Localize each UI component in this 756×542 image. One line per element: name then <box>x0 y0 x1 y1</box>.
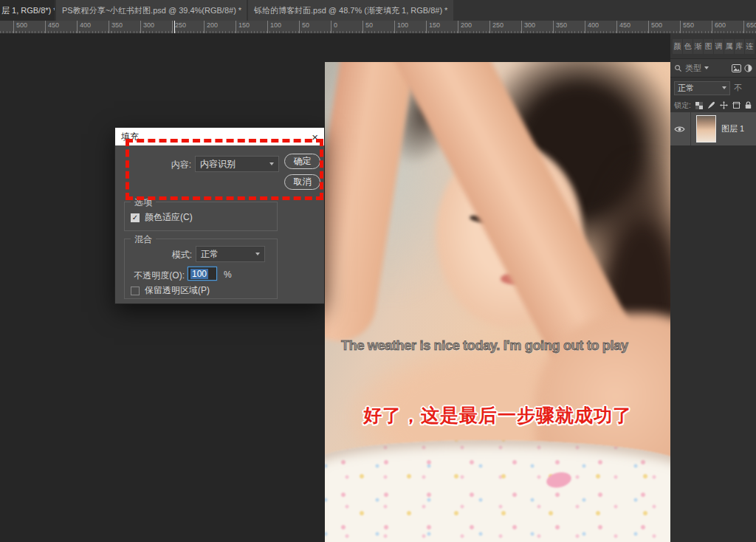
chevron-down-icon <box>269 162 274 165</box>
panel-empty-area <box>670 145 756 542</box>
lock-position-move-icon[interactable] <box>720 101 728 109</box>
chevron-down-icon <box>255 253 260 255</box>
ruler-tick: 300 <box>140 21 141 33</box>
chevron-down-icon <box>722 86 726 89</box>
adjustment-filter-icon[interactable] <box>744 64 752 72</box>
canvas-caption-text: 好了，这是最后一步骤就成功了 <box>325 403 670 428</box>
ruler-tick: 600 <box>712 21 712 33</box>
color-adaptation-row: ✓ 颜色适应(C) <box>131 211 193 224</box>
close-icon[interactable]: × <box>312 131 318 143</box>
tab-label: 层 1, RGB/8*) * <box>1 5 55 16</box>
ruler-tick: 400 <box>585 21 585 33</box>
layer-visibility-eye-icon[interactable] <box>674 126 685 133</box>
mode-select-value: 正常 <box>201 248 219 261</box>
dialog-body: 内容: 内容识别 确定 取消 选项 ✓ 颜色适应(C) 混合 模式: 正常 <box>115 145 324 305</box>
photo-floral-dress <box>325 440 670 542</box>
filter-type-dropdown[interactable]: 类型 <box>685 63 701 74</box>
ruler-tick: 350 <box>553 21 554 33</box>
panel-tab[interactable]: 属 <box>724 39 734 54</box>
ruler-tick: 250 <box>172 21 173 33</box>
lock-pixels-brush-icon[interactable] <box>707 101 715 109</box>
lock-transparency-icon[interactable] <box>695 102 703 109</box>
ruler-tick: 150 <box>236 21 236 33</box>
panel-tab[interactable]: 颜 <box>673 39 682 54</box>
color-adaptation-label: 颜色适应(C) <box>145 211 193 224</box>
blend-mode-value: 正常 <box>678 83 694 94</box>
panel-tab[interactable]: 调 <box>714 39 724 54</box>
tab-label: 铄给的博客封面.psd @ 48.7% (渐变填充 1, RGB/8#) * <box>254 5 447 16</box>
opacity-label-truncated: 不 <box>734 83 742 94</box>
panel-tab[interactable]: 色 <box>683 39 693 54</box>
options-group: 选项 ✓ 颜色适应(C) <box>124 202 278 231</box>
chevron-down-icon <box>704 66 709 69</box>
dialog-title: 填充 <box>121 131 139 143</box>
lock-artboard-icon[interactable] <box>732 101 740 109</box>
document-tab-bar: 层 1, RGB/8*) * × PS教程分享~小红书封图.psd @ 39.4… <box>0 0 756 21</box>
mode-label: 模式: <box>125 249 192 261</box>
divider <box>690 112 691 145</box>
pixel-filter-icon[interactable] <box>732 64 741 72</box>
layer-filter-row: 类型 <box>670 58 756 78</box>
blend-mode-row: 正常 不 <box>670 79 756 97</box>
ruler-tick: 550 <box>680 21 681 33</box>
ruler-tick: 0 <box>331 21 331 33</box>
horizontal-ruler[interactable]: 5004504003503002502001501005005010015020… <box>0 21 756 34</box>
ruler-tick: 100 <box>394 21 395 33</box>
opacity-label: 不透明度(O): <box>125 270 185 282</box>
ruler-tick: 400 <box>77 21 78 33</box>
preserve-transparency-row: ✓ 保留透明区域(P) <box>131 284 210 297</box>
panel-tab[interactable]: 库 <box>735 39 744 54</box>
document-tab-3[interactable]: 铄给的博客封面.psd @ 48.7% (渐变填充 1, RGB/8#) * × <box>248 0 453 21</box>
ruler-tick: 500 <box>13 21 14 33</box>
panel-tab[interactable]: 图 <box>704 39 713 54</box>
ruler-tick: 100 <box>267 21 268 33</box>
opacity-input[interactable]: 100 <box>188 267 217 281</box>
layer-row[interactable]: 图层 1 <box>670 112 756 145</box>
options-group-label: 选项 <box>131 196 156 209</box>
ruler-tick: 450 <box>616 21 617 33</box>
ruler-tick: 650 <box>743 21 744 33</box>
layers-panel: 颜色渐图调属库连 类型 正常 不 锁定: <box>670 33 756 542</box>
ruler-tick: 50 <box>362 21 363 33</box>
blend-mode-select[interactable]: 正常 <box>674 81 730 95</box>
lock-all-icon[interactable] <box>745 101 752 109</box>
blending-group-label: 混合 <box>131 233 156 246</box>
ruler-tick: 500 <box>648 21 649 33</box>
tab-close-icon[interactable]: × <box>453 6 453 16</box>
dialog-titlebar[interactable]: 填充 × <box>115 128 324 145</box>
ruler-tick: 300 <box>521 21 522 33</box>
opacity-unit: % <box>224 270 232 280</box>
document-tab-1[interactable]: 层 1, RGB/8*) * × <box>0 0 55 21</box>
lock-label: 锁定: <box>674 100 691 111</box>
preserve-transparency-checkbox[interactable]: ✓ <box>131 287 140 295</box>
panel-tab[interactable]: 连 <box>745 39 755 54</box>
document-tab-2[interactable]: PS教程分享~小红书封图.psd @ 39.4%(RGB/8#) * × <box>56 0 247 21</box>
ruler-tick: 150 <box>426 21 427 33</box>
cancel-button[interactable]: 取消 <box>284 174 320 190</box>
preserve-transparency-label: 保留透明区域(P) <box>145 284 210 297</box>
ok-button[interactable]: 确定 <box>284 154 320 169</box>
opacity-value: 100 <box>190 269 208 279</box>
ruler-tick: 200 <box>204 21 205 33</box>
tab-label: PS教程分享~小红书封图.psd @ 39.4%(RGB/8#) * <box>62 5 241 16</box>
photoshop-window: 层 1, RGB/8*) * × PS教程分享~小红书封图.psd @ 39.4… <box>0 0 756 542</box>
ruler-tick: 350 <box>109 21 109 33</box>
ruler-tick: 50 <box>299 21 300 33</box>
color-adaptation-checkbox[interactable]: ✓ <box>131 213 140 222</box>
content-select-value: 内容识别 <box>200 158 236 171</box>
panel-tab-strip: 颜色渐图调属库连 <box>673 39 756 54</box>
blending-group: 混合 模式: 正常 不透明度(O): 100 % ✓ 保留透明区域(P) <box>124 239 278 299</box>
panel-tab[interactable]: 渐 <box>693 39 703 54</box>
layer-thumbnail[interactable] <box>696 115 716 143</box>
mode-select[interactable]: 正常 <box>196 246 265 262</box>
fill-dialog: 填充 × 内容: 内容识别 确定 取消 选项 ✓ 颜色适应(C) 混合 模式: <box>114 127 325 304</box>
content-select[interactable]: 内容识别 <box>195 156 279 172</box>
layer-name: 图层 1 <box>721 123 744 134</box>
search-icon <box>674 64 682 72</box>
checkmark-icon: ✓ <box>132 214 138 222</box>
ruler-tick: 200 <box>458 21 458 33</box>
content-label: 内容: <box>115 159 191 171</box>
document-canvas[interactable]: The weather is nice today. I'm going out… <box>325 62 670 542</box>
selection-marquee-text: The weather is nice today. I'm going out… <box>341 338 666 354</box>
lock-options-row: 锁定: <box>670 99 756 112</box>
